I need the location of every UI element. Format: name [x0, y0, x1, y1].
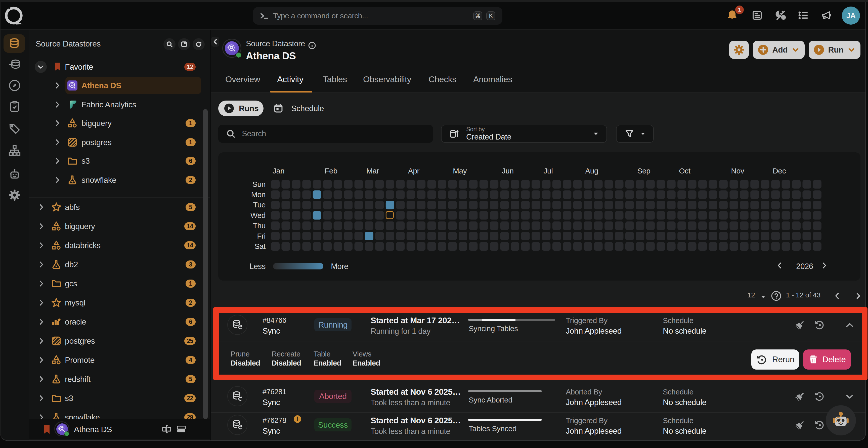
svg-text:Dec: Dec	[773, 167, 786, 175]
svg-text:May: May	[453, 167, 467, 175]
svg-text:Oct: Oct	[679, 167, 691, 175]
svg-text:Sun: Sun	[252, 180, 266, 188]
svg-text:Jan: Jan	[273, 167, 284, 175]
svg-text:Feb: Feb	[324, 167, 337, 175]
svg-text:Tue: Tue	[253, 201, 266, 209]
svg-text:Fri: Fri	[257, 232, 266, 240]
svg-text:Sep: Sep	[637, 167, 650, 175]
svg-text:Sat: Sat	[254, 242, 266, 250]
svg-text:Thu: Thu	[253, 222, 266, 230]
svg-text:Jul: Jul	[544, 167, 553, 175]
svg-text:Mon: Mon	[251, 190, 266, 199]
svg-text:Wed: Wed	[250, 211, 266, 220]
svg-text:Less: Less	[249, 262, 266, 271]
svg-text:2026: 2026	[796, 262, 813, 271]
svg-text:Apr: Apr	[408, 167, 420, 175]
svg-text:Aug: Aug	[585, 167, 598, 175]
svg-text:Mar: Mar	[366, 167, 379, 175]
svg-text:More: More	[331, 262, 348, 271]
svg-text:Nov: Nov	[731, 167, 744, 175]
svg-text:Jun: Jun	[502, 167, 514, 175]
